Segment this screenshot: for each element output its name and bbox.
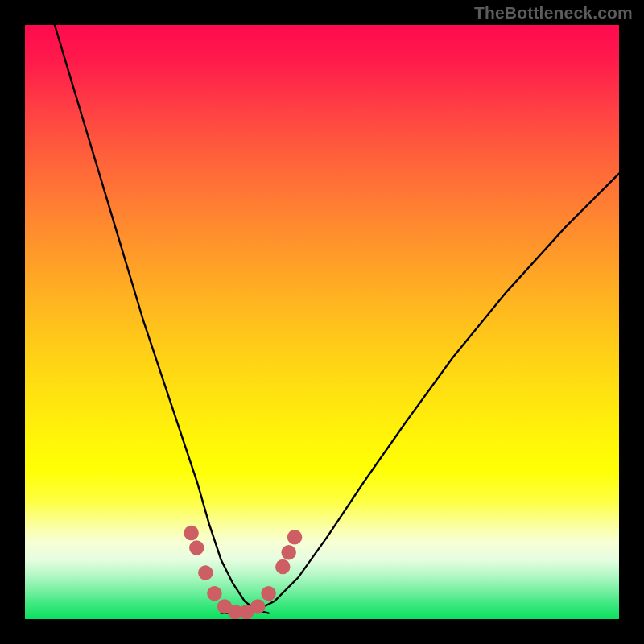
watermark-text: TheBottleneck.com xyxy=(474,3,633,23)
curve-layer xyxy=(25,25,619,619)
chart-frame: TheBottleneck.com xyxy=(0,0,644,644)
curve-left-curve xyxy=(55,25,269,613)
bottom-marker xyxy=(261,586,275,601)
bottom-marker xyxy=(287,530,302,544)
bottom-marker xyxy=(250,599,265,613)
bottom-marker xyxy=(198,565,213,580)
bottom-marker xyxy=(189,540,204,555)
plot-area xyxy=(25,25,619,619)
bottom-marker xyxy=(281,545,295,559)
bottom-marker xyxy=(207,586,221,601)
bottom-marker xyxy=(275,559,290,574)
bottom-marker xyxy=(184,526,198,540)
curve-right-curve xyxy=(221,174,619,613)
